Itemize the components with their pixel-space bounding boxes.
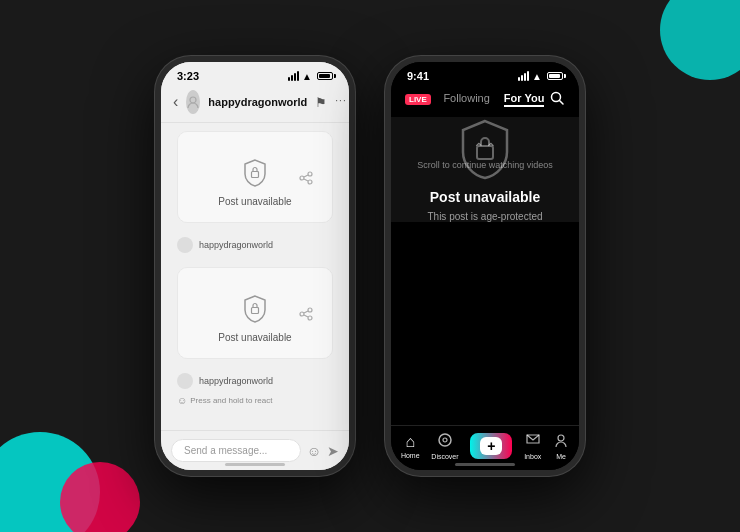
right-home-indicator [455,463,515,466]
back-button[interactable]: ‹ [173,93,178,111]
right-status-icons: ▲ [518,71,563,82]
post-card-wrapper-2: Post unavailable happydragonworld [169,267,341,410]
svg-point-7 [300,312,304,316]
right-battery-icon [547,72,563,80]
sender-avatar-1 [177,237,193,253]
tiktok-main-area: Post unavailable This post is age-protec… [391,117,579,222]
react-hint-text: Press and hold to react [190,396,272,405]
svg-point-11 [439,434,451,446]
left-status-bar: 3:23 ▲ [161,62,349,86]
send-button[interactable]: ➤ [327,443,339,459]
flag-icon[interactable]: ⚑ [315,95,327,110]
nav-for-you[interactable]: For You [504,92,545,107]
sender-name-1: happydragonworld [199,240,273,250]
more-icon[interactable]: ··· [335,95,346,110]
nav-home[interactable]: ⌂ Home [401,434,420,459]
header-icons: ⚑ ··· [315,95,346,110]
discover-label: Discover [431,453,458,460]
battery-fill [319,74,330,78]
svg-point-4 [308,180,312,184]
right-phone-inner: 9:41 ▲ LIVE Fo [391,62,579,470]
discover-icon [437,432,453,451]
nav-discover[interactable]: Discover [431,432,458,460]
svg-point-6 [308,308,312,312]
unavailable-sub: This post is age-protected [427,211,542,222]
sender-avatar-2 [177,373,193,389]
svg-rect-1 [252,171,259,177]
signal-bars [288,71,299,81]
rsb1 [518,77,520,81]
svg-point-12 [443,438,447,442]
inbox-icon [525,432,541,451]
shield-lock-icon-1 [239,158,271,190]
bg-pink-blob [60,462,140,532]
unavailable-title: Post unavailable [430,189,540,205]
left-time: 3:23 [177,70,199,82]
search-icon[interactable] [549,90,565,109]
phones-container: 3:23 ▲ ‹ [155,56,585,476]
right-signal-bars [518,71,529,81]
battery-icon [317,72,333,80]
post-unavailable-label-1: Post unavailable [218,196,291,207]
nav-following[interactable]: Following [443,92,489,107]
bg-cyan-tr-blob [660,0,740,80]
messenger-header: ‹ happydragonworld ⚑ ··· [161,86,349,123]
rsb4 [527,71,529,81]
left-home-indicator [225,463,285,466]
tiktok-header: LIVE Following For You [391,86,579,117]
signal-bar-1 [288,77,290,81]
tiktok-nav: Following For You [439,92,549,107]
svg-point-2 [308,172,312,176]
home-icon: ⌂ [405,434,415,450]
shield-lock-icon-2 [239,294,271,326]
svg-point-0 [190,97,196,103]
svg-rect-5 [252,307,259,313]
right-status-bar: 9:41 ▲ [391,62,579,86]
svg-point-8 [308,316,312,320]
left-status-icons: ▲ [288,71,333,82]
post-card-wrapper-1: Post unavailable happydragonworld [169,131,341,259]
rsb2 [521,75,523,81]
plus-button[interactable]: + [470,433,512,459]
emoji-button[interactable]: ☺ [307,443,321,459]
post-sender-2: happydragonworld [169,367,341,395]
nav-plus[interactable]: + [470,433,512,459]
plus-icon: + [480,437,502,455]
scroll-hint-text: Scroll to continue watching videos [417,160,553,170]
right-phone: 9:41 ▲ LIVE Fo [385,56,585,476]
react-icon: ☺ [177,395,187,406]
nav-inbox[interactable]: Inbox [524,432,541,460]
home-label: Home [401,452,420,459]
react-hint: ☺ Press and hold to react [169,395,341,410]
svg-point-13 [558,435,564,441]
inbox-label: Inbox [524,453,541,460]
me-icon [553,432,569,451]
right-battery-fill [549,74,560,78]
share-icon-1 [299,171,313,188]
post-sender-1: happydragonworld [169,231,341,259]
left-phone-inner: 3:23 ▲ ‹ [161,62,349,470]
sender-name-2: happydragonworld [199,376,273,386]
user-avatar [186,90,200,114]
signal-bar-3 [294,73,296,81]
scroll-hint: ⌃⌃ Scroll to continue watching videos [391,140,579,170]
post-unavailable-label-2: Post unavailable [218,332,291,343]
signal-bar-2 [291,75,293,81]
message-input[interactable]: Send a message... [171,439,301,462]
right-wifi-icon: ▲ [532,71,542,82]
share-icon-2 [299,307,313,324]
svg-point-3 [300,176,304,180]
wifi-icon: ▲ [302,71,312,82]
right-time: 9:41 [407,70,429,82]
nav-me[interactable]: Me [553,432,569,460]
signal-bar-4 [297,71,299,81]
me-label: Me [556,453,566,460]
rsb3 [524,73,526,81]
live-badge[interactable]: LIVE [405,94,431,105]
chat-username: happydragonworld [208,96,307,108]
left-phone: 3:23 ▲ ‹ [155,56,355,476]
chevrons-up-icon: ⌃⌃ [473,140,497,156]
